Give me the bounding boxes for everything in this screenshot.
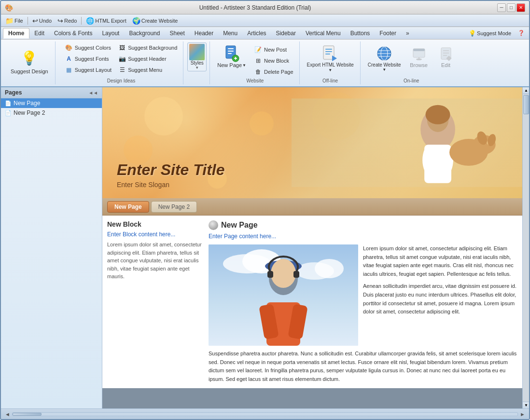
new-page-label-area: New Page ▼ <box>217 62 246 68</box>
page-item-new-page[interactable]: 📄 New Page <box>1 98 102 108</box>
redo-button[interactable]: ↪ Redo <box>55 16 79 26</box>
file-label: File <box>14 18 23 24</box>
help-button[interactable]: ❓ <box>516 29 527 37</box>
create-website-button[interactable]: Create Website ▼ <box>364 42 404 74</box>
tab-more[interactable]: » <box>401 28 414 38</box>
export-html-button[interactable]: Export HTML Website ▼ <box>304 42 357 75</box>
new-post-label: New Post <box>264 47 287 53</box>
tab-colors-fonts[interactable]: Colors & Fonts <box>49 28 97 38</box>
svg-rect-9 <box>325 51 332 52</box>
site-slogan[interactable]: Enter Site Slogan <box>117 181 224 189</box>
svg-point-28 <box>425 105 450 124</box>
create-website-quick-label: Create Website <box>141 18 178 24</box>
svg-point-42 <box>315 259 344 278</box>
bokeh-circle-2 <box>250 111 274 135</box>
undo-button[interactable]: ↩ Undo <box>30 16 54 26</box>
redo-label: Redo <box>64 18 77 24</box>
h-scroll-bar <box>12 412 518 416</box>
suggest-layout-button[interactable]: ▦ Suggest Layout <box>62 65 114 75</box>
status-text: ◄ <box>5 411 10 417</box>
page-icon-1: 📄 <box>5 100 12 107</box>
block-text: Lorem ipsum dolor sit amet, consectetur … <box>107 241 204 281</box>
quick-access-toolbar: 📁 File ↩ Undo ↪ Redo 🌐 HTML Export 🌍 Cre… <box>1 14 529 27</box>
new-block-icon: ⊞ <box>254 57 262 65</box>
tab-background[interactable]: Background <box>124 28 165 38</box>
tab-vertical-menu[interactable]: Vertical Menu <box>301 28 346 38</box>
window-title: Untitled - Artisteer 3 Standard Edition … <box>13 4 497 11</box>
tab-edit[interactable]: Edit <box>29 28 49 38</box>
suggest-colors-button[interactable]: 🎨 Suggest Colors <box>62 42 114 53</box>
suggest-design-label: Suggest Design <box>11 68 48 74</box>
suggest-mode-button[interactable]: 💡 Suggest Mode <box>466 29 514 38</box>
delete-page-button[interactable]: 🗑 Delete Page <box>251 67 296 77</box>
suggest-menu-button[interactable]: ☰ Suggest Menu <box>115 65 180 75</box>
site-title[interactable]: Enter Site Title <box>117 161 224 179</box>
h-scroll-thumb[interactable] <box>13 413 42 416</box>
suggest-background-button[interactable]: 🖼 Suggest Background <box>115 42 180 53</box>
content-image <box>209 244 358 346</box>
close-button[interactable]: ✕ <box>516 3 525 12</box>
tab-footer[interactable]: Footer <box>375 28 401 38</box>
content-image-area: Lorem ipsum dolor sit amet, consectetur … <box>209 244 517 346</box>
design-ideas-group: 🎨 Suggest Colors A Suggest Fonts ▦ Sugge… <box>59 41 184 84</box>
minimize-button[interactable]: ─ <box>497 3 506 12</box>
block-link[interactable]: Enter Block content here... <box>107 231 204 238</box>
site-header[interactable]: Enter Site Title Enter Site Slogan <box>102 87 522 198</box>
suggest-fonts-button[interactable]: A Suggest Fonts <box>62 54 114 64</box>
h-scroll-track[interactable] <box>12 412 518 416</box>
title-bar-left: 🎨 <box>5 4 13 12</box>
maximize-button[interactable]: □ <box>507 3 516 12</box>
browse-icon <box>410 45 428 62</box>
scroll-thumb[interactable] <box>523 95 529 114</box>
export-html-label: Export HTML Website <box>307 62 354 68</box>
browse-label: Browse <box>410 62 428 68</box>
suggest-header-button[interactable]: 📷 Suggest Header <box>115 54 180 64</box>
scroll-down-button[interactable]: ▼ <box>523 402 529 408</box>
new-block-button[interactable]: ⊞ New Block <box>251 55 296 66</box>
scroll-right-btn[interactable]: ► <box>520 411 525 417</box>
tab-articles[interactable]: Articles <box>242 28 271 38</box>
svg-rect-2 <box>228 51 234 52</box>
styles-arrow: ▼ <box>195 66 199 70</box>
html-export-button[interactable]: 🌐 HTML Export <box>84 16 128 26</box>
page-item-new-page-2[interactable]: 📄 New Page 2 <box>1 108 102 118</box>
new-page-button[interactable]: New Page ▼ <box>214 42 250 70</box>
new-page-icon <box>223 45 240 62</box>
site-canvas: Enter Site Title Enter Site Slogan <box>102 87 522 388</box>
tab-layout[interactable]: Layout <box>97 28 124 38</box>
new-post-button[interactable]: 📝 New Post <box>251 44 296 55</box>
svg-rect-10 <box>325 54 330 54</box>
edit-button[interactable]: Edit <box>433 42 459 74</box>
new-page-large-area: New Page ▼ <box>214 42 250 70</box>
svg-point-45 <box>271 259 296 288</box>
vertical-scrollbar[interactable]: ▲ ▼ <box>522 87 529 408</box>
content-text-1: Lorem ipsum dolor sit amet, consectetur … <box>363 244 517 278</box>
page-link[interactable]: Enter Page content here... <box>209 233 517 240</box>
pages-collapse-button[interactable]: ◄◄ <box>88 90 98 95</box>
styles-button[interactable]: Styles ▼ <box>187 42 207 71</box>
online-label: On-line <box>364 77 459 83</box>
file-button[interactable]: 📁 File <box>3 16 26 26</box>
design-ideas-row1: 🎨 Suggest Colors A Suggest Fonts ▦ Sugge… <box>62 42 181 75</box>
design-ideas-col2: 🖼 Suggest Background 📷 Suggest Header ☰ … <box>115 42 180 75</box>
browse-button[interactable]: Browse <box>406 42 432 74</box>
menu-right-area: 💡 Suggest Mode ❓ <box>466 29 527 38</box>
tab-header[interactable]: Header <box>190 28 218 38</box>
tab-sidebar[interactable]: Sidebar <box>271 28 301 38</box>
svg-rect-47 <box>293 271 299 278</box>
tab-buttons[interactable]: Buttons <box>346 28 375 38</box>
tab-sheet[interactable]: Sheet <box>165 28 189 38</box>
tab-menu[interactable]: Menu <box>218 28 242 38</box>
design-ideas-col1: 🎨 Suggest Colors A Suggest Fonts ▦ Sugge… <box>62 42 114 75</box>
main-area: Pages ◄◄ 📄 New Page 📄 New Page 2 <box>1 87 529 408</box>
suggest-design-button[interactable]: Suggest Design <box>8 67 51 76</box>
pages-panel: Pages ◄◄ 📄 New Page 📄 New Page 2 <box>1 87 102 408</box>
delete-page-label: Delete Page <box>264 69 293 75</box>
site-nav: New Page New Page 2 <box>102 198 522 216</box>
html-export-label: HTML Export <box>95 18 126 24</box>
tab-home[interactable]: Home <box>3 28 29 39</box>
nav-new-page-button[interactable]: New Page <box>107 201 149 213</box>
nav-new-page-2-button[interactable]: New Page 2 <box>151 201 197 213</box>
create-website-quick-button[interactable]: 🌍 Create Website <box>130 16 181 26</box>
scroll-up-button[interactable]: ▲ <box>523 87 529 94</box>
